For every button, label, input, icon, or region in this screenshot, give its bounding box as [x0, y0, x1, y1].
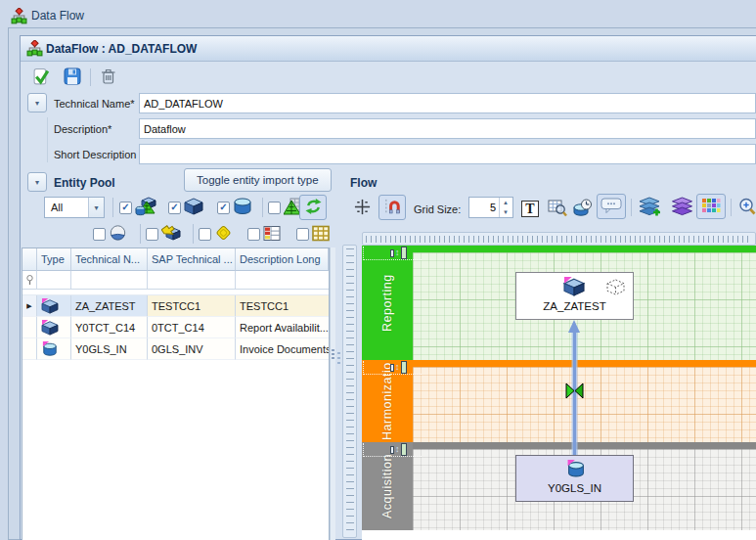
filter-report-table[interactable]: ✓ [247, 223, 281, 245]
infoobject-diamond-checkbox[interactable]: ✓ [199, 228, 211, 241]
lane-resize-handle[interactable]: ↕ [390, 443, 407, 456]
datastore-checkbox[interactable]: ✓ [217, 202, 230, 214]
lane-harmonization-area[interactable] [413, 367, 756, 442]
cell-technical[interactable]: Y0TCT_C14 [71, 317, 148, 338]
entity-table-filter-row[interactable] [22, 271, 329, 290]
activate-button[interactable] [28, 65, 54, 90]
layers-add-icon [639, 197, 661, 219]
header-description-long[interactable]: Description Long [236, 248, 329, 271]
save-icon [64, 68, 81, 87]
snap-to-grid-button[interactable] [378, 195, 406, 220]
header-sap-technical[interactable]: SAP Technical ... [148, 248, 236, 271]
lane-resize-handle[interactable]: ↕ [390, 247, 407, 259]
datastore-icon [233, 198, 252, 217]
zoom-in-icon [737, 197, 756, 218]
lane-resize-handle[interactable]: ↕ [390, 361, 407, 374]
infoobject-sphere-checkbox[interactable]: ✓ [93, 228, 106, 241]
infocube-checkbox[interactable]: ✓ [168, 202, 181, 214]
grid-size-stepper[interactable]: ▲▼ [468, 197, 513, 218]
multiprovider-checkbox[interactable]: ✓ [119, 202, 132, 214]
delete-button[interactable] [95, 65, 120, 90]
datastore-icon [565, 460, 587, 480]
filter-openhub[interactable]: ✓ [296, 223, 330, 245]
filter-infocube[interactable]: ✓ [168, 197, 203, 218]
cell-technical[interactable]: ZA_ZATEST [71, 295, 148, 317]
cell-sap[interactable]: 0TCT_C14 [148, 317, 236, 338]
form-indent-line [47, 117, 48, 162]
technical-name-label: Technical Name* [54, 94, 135, 113]
filter-datastore[interactable]: ✓ [217, 197, 252, 218]
table-row[interactable]: Y0TCT_C14 0TCT_C14 Report Availabilit... [22, 317, 329, 338]
header-technical-name[interactable]: Technical N... [71, 248, 148, 271]
multiprovider-icon [135, 197, 156, 218]
description-input[interactable] [139, 118, 756, 139]
filter-multiprovider[interactable]: ✓ [119, 197, 156, 218]
save-button[interactable] [60, 65, 85, 90]
technical-name-input[interactable] [139, 93, 756, 113]
add-layer-button[interactable] [636, 195, 663, 220]
infoset-checkbox[interactable]: ✓ [268, 202, 281, 214]
report-table-icon [263, 225, 281, 244]
node-y0gls-in[interactable]: Y0GLS_IN [515, 455, 634, 502]
table-row[interactable]: ▶ ZA_ZATEST TESTCC1 TESTCC1 [22, 295, 329, 317]
report-table-checkbox[interactable]: ✓ [247, 228, 260, 241]
filter-pin-icon [22, 271, 37, 290]
grid-toggle-button[interactable] [349, 195, 375, 220]
vertical-ruler [342, 245, 357, 538]
entity-pool-title: Entity Pool [54, 176, 115, 190]
table-scrollbar[interactable] [330, 248, 335, 540]
infosource-checkbox[interactable]: ✓ [146, 228, 158, 241]
dataflow-arrow-head [568, 320, 580, 333]
node-label: ZA_ZATEST [516, 300, 633, 312]
cell-description[interactable]: Report Availabilit... [236, 317, 329, 338]
table-search-button[interactable] [545, 196, 570, 221]
chevron-down-icon: ▾ [88, 198, 104, 217]
infocube-icon [37, 295, 71, 317]
grid-size-input[interactable] [469, 198, 499, 217]
cube-clock-button[interactable] [570, 196, 596, 221]
cell-description[interactable]: Invoice Documents [236, 338, 329, 360]
row-indicator: ▶ [22, 295, 37, 317]
splitter-handle[interactable] [337, 352, 340, 354]
infocube-icon [184, 198, 203, 217]
openhub-grid-icon [312, 225, 330, 244]
comment-icon [600, 197, 622, 216]
cell-description[interactable]: TESTCC1 [236, 295, 329, 317]
filter-infosource[interactable]: ✓ [146, 223, 182, 245]
table-search-icon [548, 199, 567, 219]
color-palette-button[interactable] [696, 194, 726, 219]
refresh-entities-button[interactable] [299, 195, 327, 220]
infocube-icon [562, 277, 586, 298]
flow-canvas[interactable]: Reporting ↕ Harmonizatio ↕ Acquisition ↕… [362, 246, 756, 540]
panel-title: DataFlow : AD_DATAFLOW [46, 42, 197, 56]
spin-down-icon[interactable]: ▼ [500, 207, 511, 217]
spin-up-icon[interactable]: ▲ [500, 198, 511, 207]
filter-separator [262, 198, 263, 217]
node-za-zatest[interactable]: ZA_ZATEST [515, 272, 634, 320]
short-description-label: Short Description [54, 145, 136, 164]
layers-purple-icon [671, 197, 693, 219]
short-description-input[interactable] [139, 144, 756, 164]
header-type[interactable]: Type [37, 248, 71, 271]
table-row[interactable]: Y0GLS_IN 0GLS_INV Invoice Documents [22, 338, 329, 360]
entity-filter-select[interactable]: All ▾ [44, 197, 105, 218]
cell-sap[interactable]: TESTCC1 [148, 295, 236, 317]
zoom-in-button[interactable] [734, 195, 756, 220]
collapse-entity-pool-button[interactable]: ▾ [27, 172, 47, 192]
filter-separator [112, 198, 113, 217]
entity-table: Type Technical N... SAP Technical ... De… [22, 248, 330, 540]
entity-filter-value: All [45, 202, 88, 213]
collapse-form-button[interactable]: ▾ [27, 93, 47, 112]
openhub-checkbox[interactable]: ✓ [296, 228, 309, 241]
cell-technical[interactable]: Y0GLS_IN [71, 338, 148, 360]
comments-toggle-button[interactable] [597, 194, 626, 219]
layers-button[interactable] [668, 195, 695, 220]
text-tool-button[interactable]: T [518, 196, 542, 221]
filter-separator [193, 224, 194, 244]
toggle-entity-import-type-button[interactable]: Toggle entity import type [184, 168, 332, 192]
window-title: Data Flow [31, 9, 84, 22]
filter-infoobject-diamond[interactable]: ✓ [199, 223, 233, 245]
cell-sap[interactable]: 0GLS_INV [148, 338, 236, 360]
transformation-icon[interactable] [565, 382, 584, 401]
filter-infoobject-sphere[interactable]: ✓ [93, 223, 127, 245]
